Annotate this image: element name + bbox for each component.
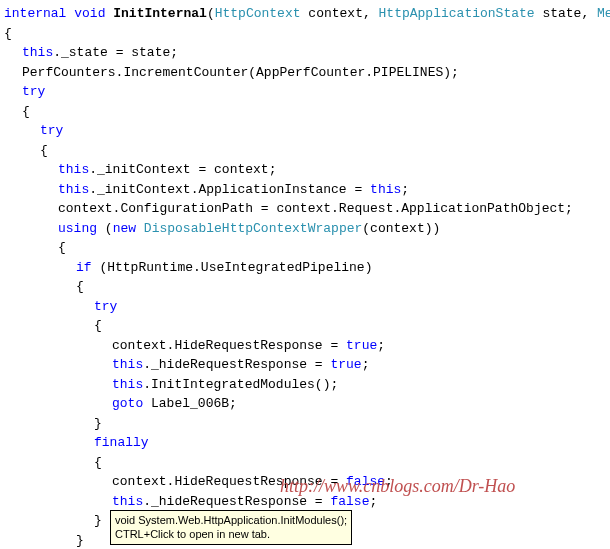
stmt-hidereq: context.HideRequestResponse = true;: [4, 336, 606, 356]
keyword-try: try: [4, 121, 606, 141]
brace: {: [4, 24, 606, 44]
keyword-try: try: [4, 82, 606, 102]
keyword-try: try: [4, 297, 606, 317]
brace: {: [4, 453, 606, 473]
method-name: InitInternal: [113, 6, 207, 21]
brace: }: [4, 414, 606, 434]
brace: {: [4, 141, 606, 161]
stmt-hidereq-this: this._hideRequestResponse = true;: [4, 355, 606, 375]
keyword-void: void: [74, 6, 105, 21]
stmt-state: this._state = state;: [4, 43, 606, 63]
stmt-goto: goto Label_006B;: [4, 394, 606, 414]
code-block: internal void InitInternal(HttpContext c…: [4, 4, 606, 549]
keyword-finally: finally: [4, 433, 606, 453]
brace: {: [4, 277, 606, 297]
stmt-initintegrated: this.InitIntegratedModules();: [4, 375, 606, 395]
stmt-configpath: context.ConfigurationPath = context.Requ…: [4, 199, 606, 219]
brace: {: [4, 316, 606, 336]
type-httpcontext: HttpContext: [215, 6, 301, 21]
method-signature: internal void InitInternal(HttpContext c…: [4, 4, 606, 24]
type-httpappstate: HttpApplicationState: [379, 6, 535, 21]
stmt-initcontext: this._initContext = context;: [4, 160, 606, 180]
brace: {: [4, 238, 606, 258]
stmt-appinstance: this._initContext.ApplicationInstance = …: [4, 180, 606, 200]
hover-tooltip: void System.Web.HttpApplication.InitModu…: [110, 510, 352, 545]
stmt-perfcounters: PerfCounters.IncrementCounter(AppPerfCou…: [4, 63, 606, 83]
brace: {: [4, 102, 606, 122]
keyword-internal: internal: [4, 6, 66, 21]
type-methodinfo: MethodInfo: [597, 6, 610, 21]
stmt-if: if (HttpRuntime.UseIntegratedPipeline): [4, 258, 606, 278]
stmt-using: using (new DisposableHttpContextWrapper(…: [4, 219, 606, 239]
tooltip-hint: CTRL+Click to open in new tab.: [115, 527, 347, 541]
tooltip-signature: void System.Web.HttpApplication.InitModu…: [115, 513, 347, 527]
watermark-url: http://www.cnblogs.com/Dr-Hao: [280, 473, 515, 500]
